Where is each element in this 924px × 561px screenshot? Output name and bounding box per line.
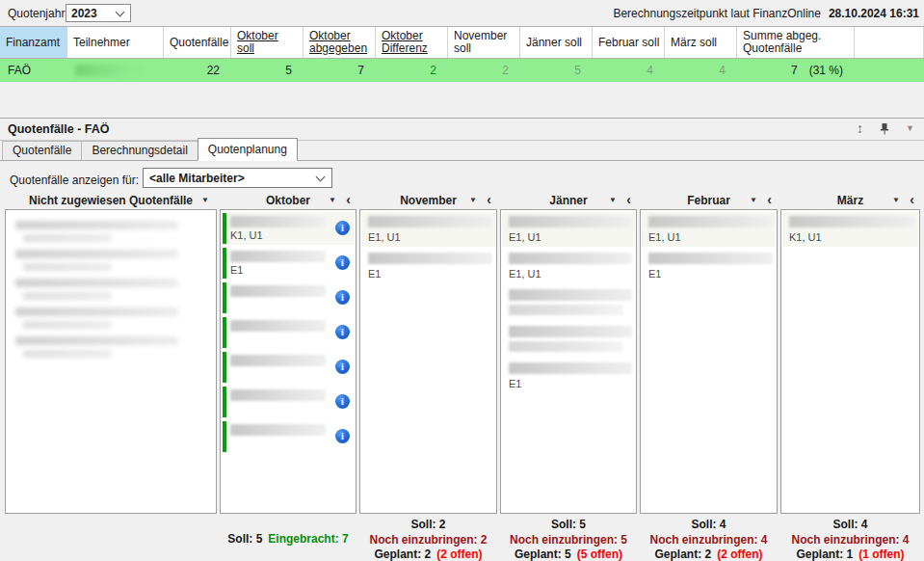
- column-filter-icon[interactable]: ▼: [469, 196, 477, 204]
- column-header-label: Februar soll: [598, 37, 659, 49]
- summary-cell: 5: [520, 59, 593, 82]
- unassigned-case-item[interactable]: [15, 336, 200, 358]
- column-summary: Soll: 5Eingebracht: 7: [220, 518, 356, 548]
- quota-case-card[interactable]: i: [222, 281, 355, 314]
- column-filter-icon[interactable]: ▼: [892, 196, 900, 204]
- autosize-icon[interactable]: ↕: [857, 120, 863, 136]
- summary-line: Soll: 4: [780, 518, 920, 533]
- summary-line: Noch einzubringen: 4: [640, 533, 778, 548]
- quota-case-card[interactable]: i: [222, 351, 355, 384]
- board-column-header: Nicht zugewiesen Quotenfälle▼: [5, 193, 217, 209]
- summary-segment: Noch einzubringen: 2: [369, 533, 487, 547]
- quota-case-card[interactable]: E1: [502, 359, 635, 393]
- board-column-november: November▼‹E1, U1E1Soll: 2Noch einzubring…: [359, 193, 497, 209]
- summary-line: Geplant: 2(2 offen): [359, 548, 497, 561]
- redacted-name-blur: [509, 216, 632, 227]
- summary-table-data-row[interactable]: FAÖ2257225447(31 %): [0, 59, 924, 82]
- info-icon[interactable]: i: [335, 290, 350, 305]
- quota-planning-window: { "toolbar": { "year_label": "Quotenjahr…: [0, 0, 924, 561]
- quota-case-card[interactable]: E1, U1: [502, 249, 635, 283]
- column-filter-icon[interactable]: ▼: [329, 196, 336, 204]
- column-header-februar-soll[interactable]: Februar soll: [593, 27, 665, 58]
- column-header-oktober-soll[interactable]: Oktober soll: [231, 27, 304, 58]
- employee-filter-select[interactable]: <alle Mitarbeiter>: [143, 168, 332, 188]
- quota-case-card[interactable]: [502, 285, 635, 320]
- summary-cell-value: 7: [791, 64, 798, 77]
- tab-quotenf-lle[interactable]: Quotenfälle: [2, 141, 82, 160]
- column-header-summe-abgeg-quotenf-lle[interactable]: Summe abgeg. Quotenfälle: [737, 27, 855, 58]
- column-header-empty: [855, 27, 924, 58]
- info-icon[interactable]: i: [335, 394, 350, 409]
- panel-tabbar: QuotenfälleBerechnungsdetailQuotenplanun…: [0, 140, 924, 161]
- redacted-name-blur: [230, 355, 326, 366]
- column-collapse-icon[interactable]: ‹: [346, 193, 351, 207]
- board-column-list: K1, U1: [780, 209, 920, 514]
- unassigned-case-item[interactable]: [15, 221, 200, 242]
- column-collapse-icon[interactable]: ‹: [626, 193, 631, 207]
- quota-case-card[interactable]: K1, U1: [782, 212, 918, 247]
- quota-case-card[interactable]: K1, U1i: [222, 212, 355, 245]
- pin-icon[interactable]: [879, 122, 890, 135]
- summary-cell-value: 22: [207, 64, 220, 77]
- board-column-header: Februar▼‹: [640, 193, 778, 209]
- quota-case-card[interactable]: E1: [361, 249, 495, 283]
- column-header-oktober-abgegeben[interactable]: Oktober abgegeben: [304, 27, 376, 58]
- panel-header: Quotenfälle - FAÖ ↕ ▼: [0, 118, 924, 141]
- quota-case-card[interactable]: i: [222, 386, 355, 418]
- column-header-oktober-differenz[interactable]: Oktober Differenz: [376, 27, 448, 58]
- summary-line: Noch einzubringen: 5: [500, 533, 637, 548]
- summary-segment: Soll: 2: [410, 518, 445, 531]
- column-header-j-nner-soll[interactable]: Jänner soll: [520, 27, 593, 58]
- summary-segment: (2 offen): [717, 548, 762, 561]
- unassigned-case-item[interactable]: [15, 307, 200, 329]
- column-header-label: Oktober Differenz: [382, 30, 443, 55]
- column-filter-icon[interactable]: ▼: [201, 196, 209, 204]
- summary-segment: Noch einzubringen: 4: [791, 533, 909, 547]
- submitted-status-bar: [223, 317, 226, 348]
- column-header-m-rz-soll[interactable]: März soll: [665, 27, 737, 58]
- info-icon[interactable]: i: [335, 221, 350, 235]
- unassigned-case-item[interactable]: [15, 250, 200, 271]
- column-collapse-icon[interactable]: ‹: [910, 193, 914, 207]
- board-column-j-nner: Jänner▼‹E1, U1E1, U1E1Soll: 5Noch einzub…: [500, 193, 637, 209]
- quota-case-card[interactable]: E1: [642, 249, 776, 283]
- redacted-name-blur: [509, 341, 623, 352]
- declaration-types-label: E1, U1: [509, 232, 541, 243]
- column-filter-icon[interactable]: ▼: [609, 196, 617, 204]
- tab-quotenplanung[interactable]: Quotenplanung: [198, 138, 298, 161]
- column-header-november-soll[interactable]: November soll: [448, 27, 520, 58]
- info-icon[interactable]: i: [335, 360, 350, 374]
- summary-cell: 4: [593, 59, 665, 82]
- redacted-name-blur: [230, 285, 326, 297]
- board-column-list: K1, U1iE1iiiiii: [220, 209, 356, 514]
- column-header-quotenf-lle[interactable]: Quotenfälle: [164, 27, 231, 58]
- redacted-text-blur: [15, 279, 178, 287]
- summary-cell: 2: [376, 59, 448, 82]
- quota-case-card[interactable]: i: [222, 316, 355, 349]
- info-icon[interactable]: i: [335, 325, 350, 339]
- quota-case-card[interactable]: E1, U1: [361, 212, 495, 247]
- info-icon[interactable]: i: [335, 255, 350, 270]
- column-header-finanzamt[interactable]: Finanzamt: [0, 27, 67, 58]
- quota-case-card[interactable]: E1, U1: [502, 212, 635, 247]
- column-collapse-icon[interactable]: ‹: [767, 193, 772, 207]
- quota-case-card[interactable]: E1i: [222, 247, 355, 280]
- redacted-text-blur: [23, 234, 112, 242]
- quota-case-card[interactable]: i: [222, 420, 355, 453]
- declaration-types-label: K1, U1: [230, 230, 263, 241]
- unassigned-case-item[interactable]: [15, 279, 200, 300]
- redacted-text-blur: [23, 321, 112, 329]
- tab-berechnungsdetail[interactable]: Berechnungsdetail: [81, 141, 198, 160]
- quota-case-card[interactable]: [502, 322, 635, 357]
- column-header-teilnehmer[interactable]: Teilnehmer: [67, 27, 164, 58]
- info-icon[interactable]: i: [335, 429, 350, 443]
- column-collapse-icon[interactable]: ‹: [487, 193, 491, 207]
- panel-menu-chevron-icon[interactable]: ▼: [906, 123, 914, 133]
- board-column-list: E1, U1E1: [359, 209, 497, 514]
- summary-line: Geplant: 2(2 offen): [640, 548, 778, 561]
- quota-year-value: 2023: [71, 7, 97, 20]
- summary-segment: Noch einzubringen: 5: [510, 533, 627, 547]
- quota-case-card[interactable]: E1, U1: [642, 212, 776, 247]
- quota-year-select[interactable]: 2023: [66, 4, 131, 22]
- column-filter-icon[interactable]: ▼: [750, 196, 757, 204]
